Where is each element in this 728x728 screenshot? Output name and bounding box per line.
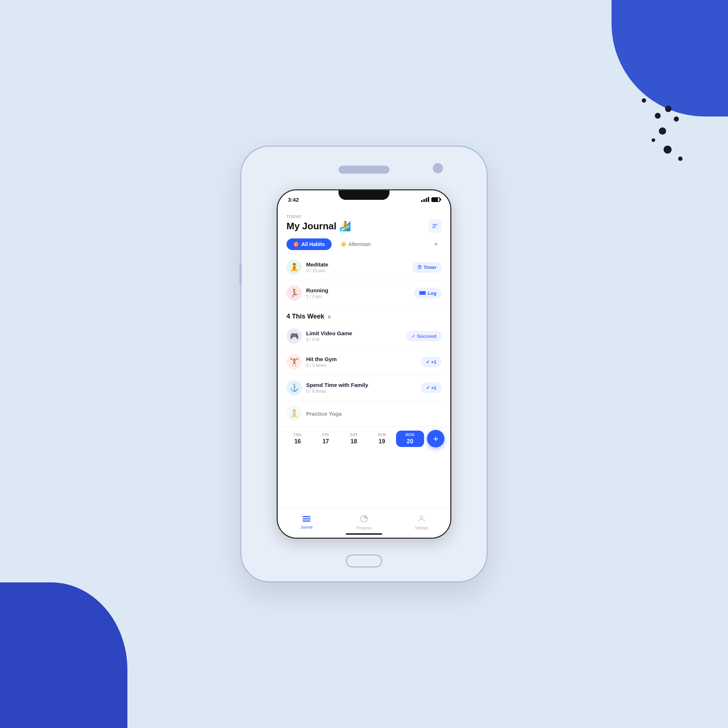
header-label: TODAY xyxy=(286,214,442,219)
video-game-info: Limit Video Game 0 / 5 hr xyxy=(306,330,402,342)
date-thu[interactable]: THU 16 xyxy=(284,431,312,447)
svg-point-7 xyxy=(420,516,423,518)
phone-inner-frame: 3:42 TODAY My Journal xyxy=(277,189,451,539)
list-item[interactable]: 🎮 Limit Video Game 0 / 5 hr ✓ Succeed xyxy=(284,323,444,349)
blob-bottom-left xyxy=(0,583,127,728)
date-fri-label: FRI xyxy=(323,433,329,437)
video-game-name: Limit Video Game xyxy=(306,330,402,336)
outer-home-button xyxy=(346,554,382,567)
list-item: 🧘 Practice Yoga xyxy=(284,401,444,427)
dot-2 xyxy=(665,106,671,112)
gym-icon: 🏋 xyxy=(286,354,302,369)
meditate-timer-button[interactable]: ⏱ Timer xyxy=(412,262,442,273)
date-strip: THU 16 FRI 17 SAT 18 SUN 19 MON 20 xyxy=(278,427,450,452)
dot-5 xyxy=(659,127,666,135)
date-mon-label: MON xyxy=(405,433,414,437)
status-icons xyxy=(421,197,440,202)
running-progress: 1 / 5 km xyxy=(306,294,410,299)
yoga-icon: 🧘 xyxy=(286,406,302,421)
settings-nav-label: Settings xyxy=(415,526,428,530)
afternoon-icon: ☀️ xyxy=(340,241,347,247)
date-fri-num: 17 xyxy=(323,438,329,445)
running-name: Running xyxy=(306,287,410,294)
status-time: 3:42 xyxy=(288,197,299,203)
meditate-icon: 🧘 xyxy=(286,260,302,275)
svg-rect-4 xyxy=(303,518,310,519)
add-filter-button[interactable]: + xyxy=(431,239,442,250)
family-icon: ⚓ xyxy=(286,380,302,395)
family-name: Spend Time with Family xyxy=(306,382,416,388)
gym-progress: 0 / 3 times xyxy=(306,363,416,368)
family-info: Spend Time with Family 0 / 8 times xyxy=(306,382,416,394)
family-progress: 0 / 8 times xyxy=(306,389,416,394)
meditate-progress: 0 / 15 min xyxy=(306,268,408,273)
list-item[interactable]: 🏃 Running 1 / 5 km ⌨ Log xyxy=(284,280,444,306)
list-item[interactable]: 🧘 Meditate 0 / 15 min ⏱ Timer xyxy=(284,254,444,280)
date-sun-num: 19 xyxy=(379,438,385,445)
date-sun[interactable]: SUN 19 xyxy=(368,431,396,447)
dot-4 xyxy=(642,98,646,102)
gym-info: Hit the Gym 0 / 3 times xyxy=(306,356,416,368)
battery-icon xyxy=(431,197,440,202)
date-fri[interactable]: FRI 17 xyxy=(312,431,340,447)
date-sat-num: 18 xyxy=(350,438,357,445)
gym-name: Hit the Gym xyxy=(306,356,416,362)
video-game-icon: 🎮 xyxy=(286,328,302,344)
phone-outer-frame: 3:42 TODAY My Journal xyxy=(240,145,488,583)
week-habits-section: 🎮 Limit Video Game 0 / 5 hr ✓ Succeed 🏋 … xyxy=(278,323,450,427)
all-habits-icon: 🎯 xyxy=(293,241,299,247)
list-item[interactable]: 🏋 Hit the Gym 0 / 3 times ✓ +1 xyxy=(284,349,444,375)
settings-nav-icon xyxy=(418,515,425,525)
date-thu-num: 16 xyxy=(294,438,301,445)
afternoon-tab[interactable]: ☀️ Afternoon xyxy=(335,239,376,250)
app-header: TODAY My Journal 🏄 xyxy=(278,209,450,236)
dot-8 xyxy=(678,156,682,161)
outer-side-button xyxy=(240,263,242,285)
running-info: Running 1 / 5 km xyxy=(306,287,410,299)
date-thu-label: THU xyxy=(294,433,302,437)
running-log-button[interactable]: ⌨ Log xyxy=(414,288,442,298)
header-title: My Journal 🏄 xyxy=(286,220,351,232)
dot-1 xyxy=(655,113,661,119)
nav-journal[interactable]: Journal xyxy=(278,509,335,532)
outer-camera xyxy=(433,163,443,173)
family-plus-button[interactable]: ✓ +1 xyxy=(421,382,442,393)
notch xyxy=(338,190,390,200)
progress-nav-label: Progress xyxy=(357,526,371,530)
date-mon-num: 20 xyxy=(407,438,413,445)
date-sat-label: SAT xyxy=(350,433,358,437)
date-sun-label: SUN xyxy=(378,433,386,437)
meditate-info: Meditate 0 / 15 min xyxy=(306,262,408,273)
all-habits-tab[interactable]: 🎯 All Habits xyxy=(286,239,332,250)
meditate-name: Meditate xyxy=(306,262,408,268)
journal-nav-label: Journal xyxy=(301,525,313,529)
date-sat[interactable]: SAT 18 xyxy=(340,431,368,447)
svg-rect-3 xyxy=(303,516,310,517)
video-game-progress: 0 / 5 hr xyxy=(306,337,402,342)
journal-nav-icon xyxy=(303,515,310,524)
gym-plus-button[interactable]: ✓ +1 xyxy=(421,357,442,367)
add-habit-button[interactable]: + xyxy=(427,430,444,447)
yoga-name: Practice Yoga xyxy=(306,411,442,417)
outer-speaker xyxy=(338,166,390,174)
progress-nav-icon xyxy=(360,515,368,525)
nav-progress[interactable]: Progress xyxy=(335,509,393,532)
filter-row: 🎯 All Habits ☀️ Afternoon + xyxy=(278,236,450,254)
header-title-row: My Journal 🏄 xyxy=(286,219,442,232)
dot-7 xyxy=(664,145,671,154)
nav-settings[interactable]: Settings xyxy=(393,509,450,532)
app-content: TODAY My Journal 🏄 xyxy=(278,209,450,538)
list-item[interactable]: ⚓ Spend Time with Family 0 / 8 times ✓ +… xyxy=(284,375,444,401)
status-bar: 3:42 xyxy=(278,190,450,209)
dot-6 xyxy=(652,138,655,142)
home-indicator xyxy=(346,533,382,535)
video-game-succeed-button[interactable]: ✓ Succeed xyxy=(406,331,442,341)
running-icon: 🏃 xyxy=(286,285,302,301)
filter-sort-button[interactable] xyxy=(428,219,442,232)
yoga-info: Practice Yoga xyxy=(306,411,442,417)
today-habits-section: 🧘 Meditate 0 / 15 min ⏱ Timer 🏃 Running xyxy=(278,254,450,306)
chevron-up-icon[interactable]: ∧ xyxy=(327,314,331,320)
date-mon[interactable]: MON 20 xyxy=(396,431,424,447)
signal-icon xyxy=(421,197,429,202)
blob-top-right xyxy=(612,0,728,116)
